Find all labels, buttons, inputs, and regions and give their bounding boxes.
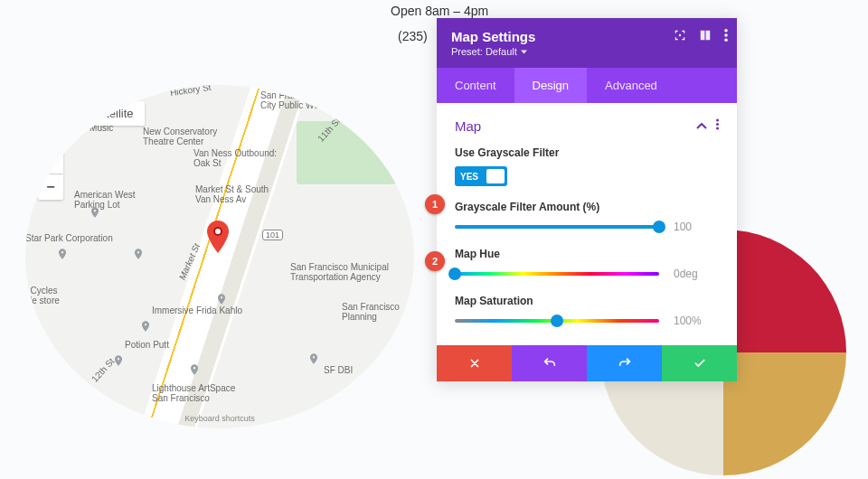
callout-badge-1: 1 xyxy=(425,194,445,214)
map-label: Immersive Frida Kahlo xyxy=(152,305,242,315)
map-type-map[interactable]: Map xyxy=(36,101,80,126)
map-label: t Cycles cle store xyxy=(25,286,60,305)
map-marker-pin[interactable] xyxy=(206,221,230,244)
map-label: American West Parking Lot xyxy=(74,190,136,210)
saturation-value[interactable]: 100% xyxy=(674,315,719,327)
svg-point-3 xyxy=(724,29,728,33)
toggle-yes-label: YES xyxy=(455,172,484,182)
map-label: Lighthouse ArtSpace San Francisco xyxy=(152,383,235,403)
section-title-map: Map xyxy=(455,118,481,134)
map-label: Market St & South Van Ness Av xyxy=(195,184,269,204)
focus-icon[interactable] xyxy=(674,29,686,42)
chevron-down-icon xyxy=(521,50,527,54)
slider-thumb[interactable] xyxy=(448,268,461,280)
svg-point-5 xyxy=(724,39,728,42)
saturation-label: Map Saturation xyxy=(455,295,719,307)
redo-icon xyxy=(618,356,632,371)
slider-thumb[interactable] xyxy=(653,221,665,233)
business-hours: Open 8am – 4pm xyxy=(391,4,488,18)
close-icon xyxy=(468,357,481,370)
panel-tabs: Content Design Advanced xyxy=(437,68,737,103)
cancel-button[interactable] xyxy=(437,345,512,381)
map-type-toggle: Map Satellite xyxy=(36,101,145,126)
tab-design[interactable]: Design xyxy=(514,68,587,103)
zoom-in-button[interactable]: + xyxy=(38,148,63,174)
columns-icon[interactable] xyxy=(699,29,712,42)
map-label: San Francisco City Public Works xyxy=(260,90,331,110)
panel-header: Map Settings Preset: Default xyxy=(437,18,737,68)
preset-label: Preset: Default xyxy=(451,46,517,57)
hue-value[interactable]: 0deg xyxy=(674,268,719,280)
map-label: Van Ness Outbound: Oak St xyxy=(193,148,277,168)
svg-point-6 xyxy=(716,119,719,122)
map-label: New Conservatory Theatre Center xyxy=(143,127,217,146)
grayscale-amount-label: Grayscale Filter Amount (%) xyxy=(455,201,719,213)
fullscreen-icon xyxy=(384,108,397,120)
grayscale-toggle[interactable]: YES xyxy=(455,166,507,186)
undo-button[interactable] xyxy=(512,345,587,381)
map-label: SF DBI xyxy=(324,365,353,375)
svg-point-2 xyxy=(679,34,681,36)
map-label: Star Park Corporation xyxy=(25,233,113,243)
callout-badge-2: 2 xyxy=(425,251,445,271)
map-label: San Francisco Planning xyxy=(342,302,400,322)
saturation-slider[interactable] xyxy=(455,315,659,327)
grayscale-amount-slider[interactable] xyxy=(455,221,659,233)
hue-slider[interactable] xyxy=(455,268,659,280)
zoom-out-button[interactable]: − xyxy=(38,174,63,200)
panel-footer xyxy=(437,345,737,381)
svg-point-8 xyxy=(716,127,719,130)
hue-label: Map Hue xyxy=(455,248,719,260)
map-label: San Francisco Municipal Transportation A… xyxy=(290,262,389,282)
tab-advanced[interactable]: Advanced xyxy=(587,68,675,103)
map-label: Hickory St xyxy=(169,85,212,98)
fullscreen-button[interactable] xyxy=(378,101,403,127)
more-icon[interactable] xyxy=(724,29,728,42)
map-label: Potion Putt xyxy=(125,340,169,350)
grayscale-amount-value[interactable]: 100 xyxy=(674,221,719,233)
section-more-icon[interactable] xyxy=(716,117,719,134)
slider-thumb[interactable] xyxy=(551,315,563,327)
undo-icon xyxy=(542,356,557,371)
svg-point-4 xyxy=(724,33,728,37)
toggle-knob xyxy=(486,169,505,183)
collapse-icon[interactable] xyxy=(696,117,707,134)
tab-content[interactable]: Content xyxy=(437,68,514,103)
redo-button[interactable] xyxy=(587,345,662,381)
check-icon xyxy=(693,357,707,370)
preset-selector[interactable]: Preset: Default xyxy=(451,46,722,57)
map-settings-panel: Map Settings Preset: Default Content Des… xyxy=(437,18,737,381)
keyboard-shortcuts-link[interactable]: Keyboard shortcuts xyxy=(184,414,255,423)
svg-point-7 xyxy=(716,123,719,126)
map-type-satellite[interactable]: Satellite xyxy=(80,101,144,126)
svg-point-1 xyxy=(215,229,221,234)
phone-fragment: (235) xyxy=(398,29,428,43)
embedded-map[interactable]: San Francisco City Public Works Hickory … xyxy=(25,85,414,428)
map-park-area xyxy=(297,121,396,184)
map-hwy-shield: 101 xyxy=(262,230,283,240)
grayscale-toggle-label: Use Grayscale Filter xyxy=(455,146,719,159)
save-button[interactable] xyxy=(662,345,737,381)
